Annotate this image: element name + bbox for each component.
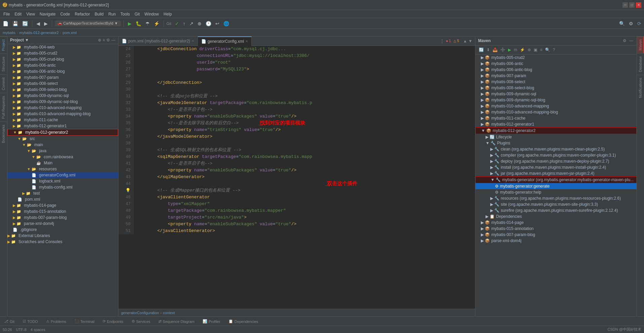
tree-item-scratches[interactable]: ▶ 📁 Scratches and Consoles [7,239,118,245]
menu-code[interactable]: Code [58,11,72,17]
tree-item-010-advanced-blog[interactable]: ▶ 📁 mybatis-010-advanced-mapping-blog [7,111,118,117]
maven-download-sources-btn[interactable]: 📥 [492,47,498,53]
refresh-button[interactable]: 🔄 [21,20,29,27]
maven-search-btn[interactable]: 🔍 [544,47,551,53]
tree-item-012-generator2[interactable]: ▼ 📁 mybatis-012-generator2 [7,129,118,136]
maven-item-deploy[interactable]: ▶ 🔧 deploy (org.apache.maven.plugins:mav… [475,158,637,164]
tree-item-gitignore[interactable]: 📄 .gitignore [7,227,118,233]
breadcrumb-mybatis[interactable]: mybatis [3,31,15,35]
maven-thread-btn[interactable]: ⊕ [527,47,532,53]
maven-reload-btn[interactable]: 🔄 [478,47,485,53]
tree-item-test[interactable]: ▶ 📁 test [7,190,118,196]
maven-item-008-select-blog[interactable]: ▶ 📦 mybatis-008-select-blog [475,85,637,91]
tree-item-java[interactable]: ▼ 📂 java [7,148,118,154]
git-revert-button[interactable]: ↩ [214,20,221,27]
window-controls[interactable]: ─ □ ✕ [622,2,641,8]
tree-item-005-crud2[interactable]: ▶ 📁 mybatis-005-crud2 [7,50,118,56]
maven-item-parse-xml-dom4j[interactable]: ▶ 📦 parse-xml-dom4j [475,238,637,244]
editor-breadcrumb-config[interactable]: generatorConfiguration [121,311,159,315]
maven-item-010-advanced[interactable]: ▶ 📦 mybatis-010-advanced-mapping [475,103,637,109]
maven-item-plugins[interactable]: ▼ 🔧 Plugins [475,140,637,146]
profile-button[interactable]: ⚡ [152,20,161,27]
tree-item-007-param-blog[interactable]: ▶ 📁 mybats-007-param-blog [7,214,118,221]
tree-item-generator-config[interactable]: 📄 generatorConfig.xml [7,172,118,178]
code-editor[interactable]: 24 25 26 27 28 29 30 31 32 33 34 35 36 3… [118,46,475,309]
status-encoding[interactable]: UTF-8 [16,328,27,332]
right-tab-database[interactable]: Database [637,53,644,75]
menu-run[interactable]: Run [106,11,118,17]
back-button[interactable]: ◀ [35,20,41,27]
settings-button[interactable]: ⚙ [628,20,635,27]
maven-item-014-page[interactable]: ▶ 📦 mybatis-014-page [475,220,637,226]
tree-item-010-advanced[interactable]: ▶ 📁 mybatis-010-advanced-mapping [7,105,118,111]
bottom-tab-services[interactable]: ⚙ Services [129,317,153,325]
git-pull-button[interactable]: ↗ [188,20,195,27]
new-file-button[interactable]: 📄 [1,20,10,27]
maven-item-surefire[interactable]: ▶ 🔧 surefire (org.apache.maven.plugins:m… [475,207,637,213]
maven-help-btn[interactable]: ? [552,47,556,53]
tree-item-009-dynamic-sql[interactable]: ▶ 📁 mybatis-009-dynamic-sql [7,93,118,99]
bottom-tab-profiler[interactable]: 📊 Profiler [200,317,223,325]
tree-item-parse-xml[interactable]: ▶ 📁 parse-xml-dom4j [7,221,118,227]
menu-help[interactable]: Help [162,11,174,17]
bottom-tab-terminal[interactable]: ⬛ Terminal [72,317,97,325]
tree-item-014-page[interactable]: ▶ 📁 mybatis-014-page [7,202,118,208]
tree-item-main-class[interactable]: ☕ Main [7,160,118,166]
tree-item-004-web[interactable]: ▶ 📁 mybatis-004-web [7,44,118,50]
tree-item-logback[interactable]: 📄 logback.xml [7,178,118,184]
maven-item-015-annotation[interactable]: ▶ 📦 mybatis-015-annotation [475,226,637,232]
maven-item-help-goal[interactable]: ⚙ mybatis-generator:help [475,189,637,195]
tab-gen-close[interactable]: ✕ [245,39,248,43]
tree-item-008-select[interactable]: ▶ 📁 mybatis-008-select [7,80,118,87]
search-everywhere-button[interactable]: 🔍 [618,20,626,27]
breadcrumb-generator2[interactable]: mybatis-012-generator2 [20,31,59,35]
maven-minimize-btn[interactable]: — [629,38,634,44]
tab-generator-config[interactable]: 📄 generatorConfig.xml ✕ [198,36,252,46]
menu-view[interactable]: View [24,11,37,17]
sidebar-collapse-icon[interactable]: ≡ [103,38,105,42]
tree-item-011-cache[interactable]: ▶ 📁 mybatis-011-cache [7,117,118,123]
tab-strip-more[interactable]: ⋮ [440,38,444,44]
forward-button[interactable]: ▶ [43,20,49,27]
tab-pom-xml[interactable]: 📄 pom.xml (mybatis-012-generator2) ✕ [118,36,198,46]
menu-refactor[interactable]: Refactor [73,11,92,17]
nav-down[interactable]: ▼ [468,39,472,43]
left-tab-structure[interactable]: Structure [0,54,7,74]
maven-item-generate-goal[interactable]: ⚙ mybatis-generator:generate [475,183,637,189]
left-tab-pull-requests[interactable]: Pull Requests [0,93,7,122]
maven-collapse-btn[interactable]: ≡ [539,47,543,53]
bottom-tab-todo[interactable]: ☑ TODO [20,317,41,325]
tree-item-resources[interactable]: ▼ 📂 resources [7,166,118,172]
maven-download-btn[interactable]: ⬇ [486,47,491,53]
maven-item-009-dynamic[interactable]: ▶ 📦 mybatis-009-dynamic-sql [475,91,637,97]
bottom-tab-git[interactable]: ⎇ Git [1,317,17,325]
tree-item-com-rainbowsea[interactable]: ▼ 📂 com.rainbowsea [7,154,118,160]
left-tab-project[interactable]: Project [0,36,7,54]
tree-item-005-crud-blog[interactable]: ▶ 📁 mybatis-005-crud-blog [7,56,118,62]
maven-item-008-select[interactable]: ▶ 📦 mybatis-008-select [475,79,637,85]
git-push-button[interactable]: ↑ [182,20,187,27]
maven-item-007-param[interactable]: ▶ 📦 mybatis-007-param [475,73,637,79]
maven-run-debug-btn[interactable]: m [513,47,518,53]
tree-item-006-antic-blog[interactable]: ▶ 📁 mybatis-006-antic-blog [7,68,118,74]
bottom-tab-dependencies[interactable]: 📋 Dependencies [226,317,261,325]
left-tab-bookmarks[interactable]: Bookmarks [0,122,7,146]
bottom-tab-sequence[interactable]: ⇄ Sequence Diagram [156,317,197,325]
status-line-col[interactable]: 50:26 [3,328,12,332]
run-button[interactable]: ▶ [127,20,133,27]
tree-item-main[interactable]: ▼ 📂 main [7,142,118,148]
maven-item-012-gen1[interactable]: ▶ 📦 mybatis-012-generator1 [475,121,637,127]
maven-skip-tests-btn[interactable]: ⚡ [519,47,526,53]
tree-item-015-annotation[interactable]: ▶ 📁 mybatis-015-annotation [7,208,118,214]
sidebar-hide-icon[interactable]: — [111,38,115,42]
breadcrumb-pom[interactable]: pom.xml [63,31,77,35]
run-config-selector[interactable]: 🚗 CarMapperTest.testSelectById ▼ [55,21,121,26]
debug-button[interactable]: 🐛 [134,20,143,27]
maven-item-dependencies[interactable]: ▶ 📋 Dependencies [475,213,637,220]
maven-item-site[interactable]: ▶ 🔧 site (org.apache.maven.plugins:maven… [475,201,637,207]
right-tab-notifications[interactable]: Notifications [637,75,644,101]
tree-item-012-generator1[interactable]: ▶ 📁 mybatis-012-generator1 [7,123,118,129]
close-button[interactable]: ✕ [636,2,641,8]
maven-item-compiler[interactable]: ▶ 🔧 compiler (org.apache.maven.plugins:m… [475,152,637,158]
sidebar-locate-icon[interactable]: ⊕ [98,38,101,42]
